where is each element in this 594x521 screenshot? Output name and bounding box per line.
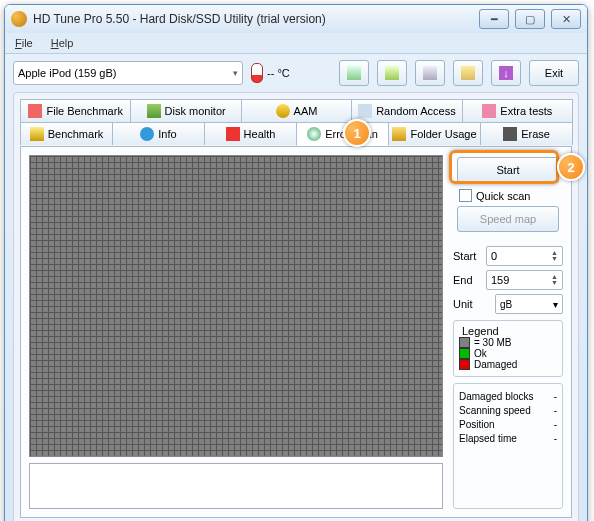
scan-block-grid	[29, 155, 443, 457]
info-icon	[140, 127, 154, 141]
end-value: 159	[491, 274, 509, 286]
speed-map-button[interactable]: Speed map	[457, 206, 559, 232]
tab-aam[interactable]: AAM	[241, 99, 352, 122]
start-button[interactable]: Start	[457, 157, 559, 183]
legend-size: = 30 MB	[474, 337, 512, 348]
magnifier-icon	[307, 127, 321, 141]
legend-title: Legend	[459, 325, 502, 337]
tab-erase[interactable]: Erase	[480, 122, 573, 145]
exit-button[interactable]: Exit	[529, 60, 579, 86]
toolbar: Apple iPod (159 gB) ▾ -- °C ↓ Exit	[5, 54, 587, 92]
stat-position-value: -	[554, 419, 557, 430]
spinner-arrows-icon: ▲▼	[551, 274, 558, 286]
chevron-down-icon: ▾	[233, 68, 238, 78]
quick-scan-checkbox[interactable]: Quick scan	[459, 189, 563, 202]
content-panel: File Benchmark Disk monitor AAM Random A…	[13, 92, 579, 521]
stat-speed-label: Scanning speed	[459, 405, 531, 416]
grid-area	[29, 155, 447, 509]
disk-monitor-icon	[147, 104, 161, 118]
camera-icon	[423, 66, 437, 80]
legend-ok: Ok	[474, 348, 487, 359]
tab-extra-tests[interactable]: Extra tests	[462, 99, 573, 122]
tab-random-access[interactable]: Random Access	[351, 99, 462, 122]
start-field-label: Start	[453, 250, 483, 262]
window-title: HD Tune Pro 5.50 - Hard Disk/SSD Utility…	[33, 12, 479, 26]
save-button[interactable]: ↓	[491, 60, 521, 86]
close-button[interactable]: ✕	[551, 9, 581, 29]
folder-icon	[392, 127, 406, 141]
stat-position-label: Position	[459, 419, 495, 430]
start-value: 0	[491, 250, 497, 262]
tabs-row-1: File Benchmark Disk monitor AAM Random A…	[20, 99, 572, 122]
start-field[interactable]: 0 ▲▼	[486, 246, 563, 266]
tab-disk-monitor[interactable]: Disk monitor	[130, 99, 241, 122]
maximize-button[interactable]: ▢	[515, 9, 545, 29]
speaker-icon	[276, 104, 290, 118]
unit-value: gB	[500, 299, 512, 310]
tab-file-benchmark[interactable]: File Benchmark	[20, 99, 131, 122]
chevron-down-icon: ▾	[553, 299, 558, 310]
file-benchmark-icon	[28, 104, 42, 118]
temperature-readout: -- °C	[251, 63, 290, 83]
temperature-value: -- °C	[267, 67, 290, 79]
stats-group: Damaged blocks- Scanning speed- Position…	[453, 383, 563, 509]
random-access-icon	[358, 104, 372, 118]
copy-icon	[347, 66, 361, 80]
legend-damaged: Damaged	[474, 359, 517, 370]
menu-bar: File Help	[5, 33, 587, 54]
stat-elapsed-label: Elapsed time	[459, 433, 517, 444]
stat-elapsed-value: -	[554, 433, 557, 444]
end-field[interactable]: 159 ▲▼	[486, 270, 563, 290]
screenshot-button[interactable]	[415, 60, 445, 86]
copy-green-icon	[385, 66, 399, 80]
thermometer-icon	[251, 63, 263, 83]
tabs-row-2: Benchmark Info Health Error Scan Folder …	[20, 122, 572, 146]
legend-group: Legend = 30 MB Ok Damaged	[453, 320, 563, 377]
checkbox-icon	[459, 189, 472, 202]
side-panel: Start Quick scan Speed map Start 0 ▲▼ En…	[453, 155, 563, 509]
extra-tests-icon	[482, 104, 496, 118]
legend-swatch-block	[459, 337, 470, 348]
menu-help[interactable]: Help	[47, 35, 78, 51]
app-window: HD Tune Pro 5.50 - Hard Disk/SSD Utility…	[4, 4, 588, 521]
options-button[interactable]	[453, 60, 483, 86]
benchmark-icon	[30, 127, 44, 141]
legend-swatch-damaged	[459, 359, 470, 370]
titlebar: HD Tune Pro 5.50 - Hard Disk/SSD Utility…	[5, 5, 587, 33]
device-select[interactable]: Apple iPod (159 gB) ▾	[13, 61, 243, 85]
stat-damaged-value: -	[554, 391, 557, 402]
download-icon: ↓	[499, 66, 513, 80]
unit-select[interactable]: gB ▾	[495, 294, 563, 314]
menu-file[interactable]: File	[11, 35, 37, 51]
tab-error-scan[interactable]: Error Scan	[296, 122, 389, 146]
tab-folder-usage[interactable]: Folder Usage	[388, 122, 481, 145]
tab-info[interactable]: Info	[112, 122, 205, 145]
hand-icon	[461, 66, 475, 80]
log-output	[29, 463, 443, 509]
app-icon	[11, 11, 27, 27]
erase-icon	[503, 127, 517, 141]
stat-damaged-label: Damaged blocks	[459, 391, 533, 402]
quick-scan-label: Quick scan	[476, 190, 530, 202]
copy-info-button[interactable]	[339, 60, 369, 86]
minimize-button[interactable]: ━	[479, 9, 509, 29]
end-field-label: End	[453, 274, 483, 286]
unit-label: Unit	[453, 298, 483, 310]
tab-benchmark[interactable]: Benchmark	[20, 122, 113, 145]
device-selected-label: Apple iPod (159 gB)	[18, 67, 116, 79]
copy-screenshot-button[interactable]	[377, 60, 407, 86]
spinner-arrows-icon: ▲▼	[551, 250, 558, 262]
stat-speed-value: -	[554, 405, 557, 416]
tab-health[interactable]: Health	[204, 122, 297, 145]
health-icon	[226, 127, 240, 141]
tab-body-error-scan: 1 2 Start Quick scan Speed map Start 0	[20, 146, 572, 518]
legend-swatch-ok	[459, 348, 470, 359]
